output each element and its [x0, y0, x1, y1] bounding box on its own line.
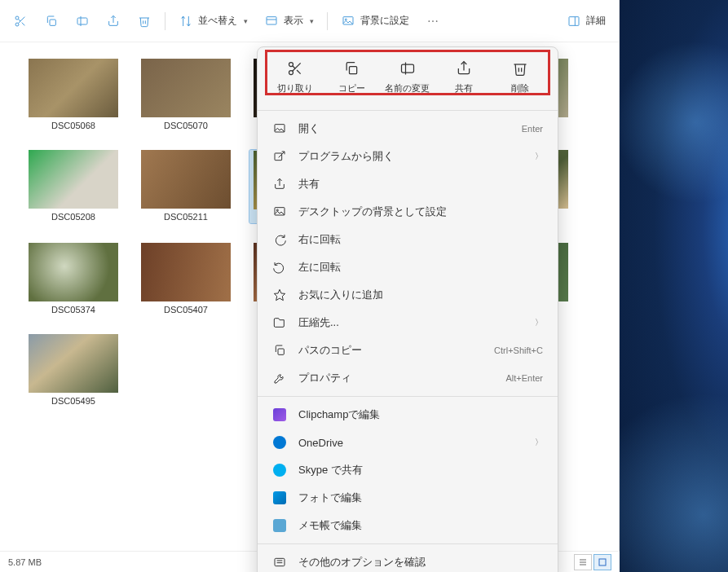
view-mode-buttons — [574, 554, 611, 570]
file-thumbnail[interactable]: DSC05208 — [24, 150, 122, 223]
ctx-more-options[interactable]: その他のオプションを確認 — [258, 548, 558, 572]
ctx-label: 開く — [298, 121, 522, 136]
sort-label: 並べ替え — [198, 14, 237, 28]
chevron-down-icon: ▾ — [244, 17, 248, 25]
svg-marker-36 — [274, 289, 285, 300]
ctx-label: 圧縮先... — [298, 315, 535, 330]
chevron-right-icon: 〉 — [535, 151, 543, 162]
ctx-label: その他のオプションを確認 — [298, 555, 543, 570]
context-menu-divider — [258, 110, 558, 111]
ctx-copy-button[interactable]: コピー — [326, 57, 377, 98]
notepad-icon — [272, 519, 287, 532]
ctx-rotate-left[interactable]: 左に回転 — [258, 253, 558, 281]
svg-rect-28 — [401, 64, 413, 73]
ctx-label: お気に入りに追加 — [298, 288, 543, 302]
svg-point-14 — [432, 20, 434, 22]
file-name: DSC05208 — [51, 212, 95, 222]
wrench-icon — [272, 372, 287, 385]
file-thumbnail[interactable]: DSC05070 — [137, 59, 235, 130]
ctx-share[interactable]: 共有 — [258, 170, 558, 198]
file-name: DSC05374 — [51, 305, 95, 315]
trash-icon — [512, 60, 528, 79]
ctx-open-with[interactable]: プログラムから開く 〉 — [258, 143, 558, 170]
toolbar-separator — [327, 12, 328, 30]
scissors-icon — [287, 60, 303, 79]
ctx-rotate-right[interactable]: 右に回転 — [258, 226, 558, 253]
image-thumb — [29, 150, 118, 209]
context-menu-top-row: 切り取り コピー 名前の変更 共有 削除 — [258, 52, 558, 106]
details-pane-button[interactable]: 詳細 — [560, 7, 612, 36]
ctx-app-notepad[interactable]: メモ帳で編集 — [258, 512, 558, 539]
zip-icon — [272, 316, 287, 329]
file-thumbnail[interactable]: DSC05495 — [24, 334, 122, 406]
ctx-top-label: 切り取り — [277, 82, 313, 95]
svg-rect-9 — [267, 16, 276, 24]
svg-line-3 — [22, 22, 25, 25]
delete-button[interactable] — [130, 7, 158, 36]
onedrive-icon — [272, 436, 287, 449]
file-name: DSC05070 — [164, 121, 208, 130]
set-background-button[interactable]: 背景に設定 — [334, 7, 416, 36]
file-thumbnail[interactable]: DSC05068 — [24, 59, 122, 130]
open-icon — [272, 122, 287, 135]
ctx-label: 左に回転 — [298, 260, 543, 275]
ctx-app-skype[interactable]: Skype で共有 — [258, 456, 558, 484]
ctx-add-favorite[interactable]: お気に入りに追加 — [258, 281, 558, 309]
sort-button[interactable]: 並べ替え ▾ — [172, 7, 254, 36]
svg-point-23 — [289, 71, 293, 75]
copy-button[interactable] — [38, 7, 65, 36]
ctx-delete-button[interactable]: 削除 — [495, 57, 545, 98]
details-pane-icon — [567, 14, 581, 29]
svg-rect-6 — [77, 18, 87, 24]
ctx-app-photos[interactable]: フォトで編集 — [258, 484, 558, 512]
view-label: 表示 — [284, 14, 303, 28]
svg-point-13 — [428, 20, 430, 22]
svg-point-1 — [15, 23, 19, 26]
share-icon — [272, 178, 287, 191]
ctx-label: フォトで編集 — [298, 491, 543, 505]
view-thumb-button[interactable] — [593, 554, 611, 570]
ctx-cut-button[interactable]: 切り取り — [270, 57, 320, 98]
ctx-app-onedrive[interactable]: OneDrive 〉 — [258, 429, 558, 456]
svg-rect-27 — [350, 67, 357, 74]
ctx-copy-path[interactable]: パスのコピー Ctrl+Shift+C — [258, 337, 558, 364]
cut-button[interactable] — [7, 7, 34, 36]
ctx-label: 共有 — [298, 177, 543, 191]
ctx-set-desktop-bg[interactable]: デスクトップの背景として設定 — [258, 198, 558, 226]
svg-rect-21 — [599, 559, 606, 565]
share-button[interactable] — [99, 7, 127, 36]
file-name: DSC05407 — [164, 305, 208, 315]
chevron-down-icon: ▾ — [310, 17, 314, 25]
picture-icon — [341, 14, 355, 29]
ctx-label: メモ帳で編集 — [298, 518, 543, 533]
ctx-share-button[interactable]: 共有 — [439, 57, 489, 98]
ctx-app-clipchamp[interactable]: Clipchampで編集 — [258, 401, 558, 429]
ctx-properties[interactable]: プロパティ Alt+Enter — [258, 364, 558, 392]
ctx-open[interactable]: 開く Enter — [258, 115, 558, 143]
setbg-label: 背景に設定 — [360, 14, 409, 28]
more-button[interactable] — [419, 7, 447, 36]
file-thumbnail[interactable]: DSC05211 — [137, 150, 235, 223]
ctx-label: デスクトップの背景として設定 — [298, 205, 543, 219]
view-list-button[interactable] — [574, 554, 592, 570]
view-button[interactable]: 表示 ▾ — [258, 7, 320, 36]
file-thumbnail[interactable]: DSC05374 — [24, 243, 122, 315]
file-name: DSC05211 — [164, 212, 208, 222]
desktop-background — [614, 0, 728, 572]
ellipsis-icon — [426, 14, 440, 29]
share-icon — [106, 14, 121, 29]
ctx-compress[interactable]: 圧縮先... 〉 — [258, 309, 558, 337]
image-thumb — [29, 59, 118, 117]
rename-button[interactable] — [68, 7, 96, 36]
svg-point-0 — [15, 16, 19, 20]
file-thumbnail[interactable]: DSC05407 — [137, 243, 235, 315]
copy-path-icon — [272, 344, 287, 357]
sort-icon — [179, 14, 193, 29]
ctx-rename-button[interactable]: 名前の変更 — [382, 57, 433, 98]
svg-point-15 — [436, 20, 438, 22]
svg-rect-38 — [275, 558, 285, 565]
svg-line-4 — [18, 19, 20, 21]
svg-line-26 — [293, 66, 295, 68]
context-menu-divider — [258, 396, 558, 397]
ctx-label: Skype で共有 — [298, 463, 543, 477]
